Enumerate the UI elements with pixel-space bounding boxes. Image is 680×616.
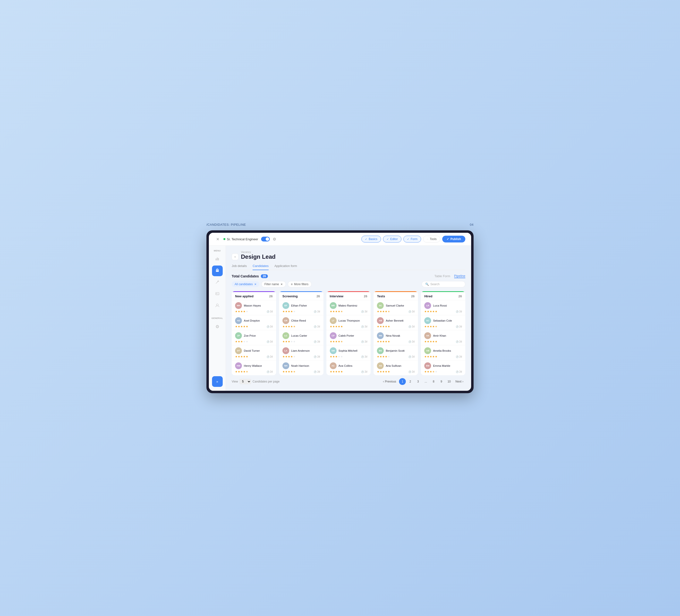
clock-icon: 🕐 <box>267 371 269 373</box>
candidate-card[interactable]: ABAmelia Brooks★★★★★🕐 2d <box>421 345 465 360</box>
close-button[interactable]: ✕ <box>215 236 221 242</box>
clock-icon: 🕐 <box>314 311 316 313</box>
chevron-left-icon: ‹ <box>383 380 384 383</box>
svg-rect-5 <box>216 292 219 295</box>
candidate-card[interactable]: CRChloe Reed★★★★★🕐 2d <box>279 315 323 330</box>
candidate-card[interactable]: ZPZoe Price★★★★★🕐 2d <box>232 330 276 345</box>
sidebar-item-tools[interactable] <box>212 277 223 288</box>
star-rating: ★★★★★ <box>377 340 390 343</box>
candidate-name: Mason Hayes <box>244 304 261 307</box>
candidate-card[interactable]: ACAva Collins★★★★★🕐 2d <box>327 360 371 375</box>
settings-icon[interactable]: ⚙ <box>273 237 276 241</box>
page-tabs: Job details Candidates Application form <box>232 264 465 270</box>
view-pipeline[interactable]: Pipeline <box>454 274 465 278</box>
candidate-card[interactable]: SCSebastian Cole★★★★★🕐 2d <box>421 315 465 330</box>
nav-pill-tools[interactable]: ○ Tools <box>423 236 440 242</box>
search-box[interactable]: 🔍 Search <box>422 281 465 287</box>
toggle-switch[interactable] <box>261 237 270 241</box>
candidate-card[interactable]: BSBenjamin Scott★★★★★🕐 2d <box>373 345 418 360</box>
time-badge: 🕐 2d <box>408 310 415 313</box>
candidate-card[interactable]: CPCaleb Porter★★★★★🕐 2d <box>327 330 371 345</box>
tab-application-form[interactable]: Application form <box>275 264 297 270</box>
candidate-name: Lucas Carter <box>291 334 307 337</box>
back-button[interactable]: ‹ <box>232 254 238 260</box>
page-btn-2[interactable]: 2 <box>407 378 414 385</box>
candidate-card[interactable]: ASAria Sullivan★★★★★🕐 2d <box>373 360 418 375</box>
star-rating: ★★★★★ <box>424 340 437 343</box>
col-header-new-applied: New applied26 <box>232 292 276 300</box>
nav-pill-basics[interactable]: ✓ Basics <box>361 236 381 242</box>
next-button[interactable]: Next › <box>453 380 465 383</box>
candidate-card[interactable]: AKAmir Khan★★★★★🕐 2d <box>421 330 465 345</box>
sidebar-item-settings[interactable]: ⚙ <box>212 321 223 332</box>
time-badge: 🕐 2d <box>267 340 273 343</box>
sidebar: MENU <box>209 245 226 391</box>
filter-all-candidates[interactable]: All candidates ✕ <box>232 281 259 287</box>
avatar: NH <box>282 362 289 369</box>
filter-icon: ≡ <box>291 283 293 286</box>
avatar: ZP <box>235 332 242 339</box>
nav-pill-form[interactable]: ✓ Form <box>403 236 421 242</box>
nav-label-form: Form <box>411 237 418 241</box>
candidate-name: Sophia Mitchell <box>339 349 358 352</box>
view-table-form[interactable]: Table Form <box>434 274 450 278</box>
filter-name-close[interactable]: ✕ <box>281 283 283 286</box>
candidate-card[interactable]: LALiam Anderson★★★★★🕐 2d <box>279 345 323 360</box>
candidate-card[interactable]: LTLucas Thompson★★★★★🕐 2d <box>327 315 371 330</box>
sidebar-item-candidates-sidebar[interactable] <box>212 300 223 311</box>
filter-more[interactable]: ≡ More filters <box>288 281 312 287</box>
candidate-card[interactable]: MHMason Hayes★★★★★🕐 2d <box>232 300 276 315</box>
candidate-card[interactable]: EMEmma Markle★★★★★🕐 2d <box>421 360 465 375</box>
col-count-hired: 26 <box>458 294 462 298</box>
pagination-controls: ‹ Previous123...8910Next › <box>381 378 465 385</box>
filter-name[interactable]: Filter name ✕ <box>261 281 286 287</box>
per-page-select[interactable]: 51025 <box>239 379 251 384</box>
candidate-card[interactable]: MRMateo Ramirez★★★★★🕐 2d <box>327 300 371 315</box>
avatar: SC <box>377 302 384 309</box>
candidate-card[interactable]: LRLuca Rossi★★★★★🕐 2d <box>421 300 465 315</box>
candidate-card[interactable]: DTDavid Turner★★★★★🕐 2d <box>232 345 276 360</box>
candidate-name: Liam Anderson <box>291 349 310 352</box>
pipeline-board: New applied26MHMason Hayes★★★★★🕐 2dADAxe… <box>232 291 465 375</box>
avatar: BS <box>377 347 384 354</box>
candidate-card[interactable]: SCSamuel Clarke★★★★★🕐 2d <box>373 300 418 315</box>
sidebar-expand-button[interactable]: » <box>212 376 223 387</box>
time-badge: 🕐 2d <box>314 310 320 313</box>
sidebar-item-analytics[interactable] <box>212 254 223 265</box>
candidate-card[interactable]: HWHenry Wallace★★★★★🕐 2d <box>232 360 276 375</box>
candidate-card[interactable]: LCLucas Carter★★★★★🕐 2d <box>279 330 323 345</box>
candidate-name: Noah Harrison <box>291 364 309 367</box>
page-btn-3[interactable]: 3 <box>415 378 421 385</box>
page-btn-1[interactable]: 1 <box>399 378 406 385</box>
briefcase-icon <box>215 268 220 274</box>
avatar: AS <box>377 362 384 369</box>
tab-candidates[interactable]: Candidates <box>253 264 268 270</box>
candidate-name: Amelia Brooks <box>433 349 451 352</box>
candidate-name: Luca Rossi <box>433 304 447 307</box>
publish-button[interactable]: ✓ Publish <box>442 236 465 242</box>
previous-button[interactable]: ‹ Previous <box>381 380 398 383</box>
candidate-card[interactable]: ABAsher Bennett★★★★★🕐 2d <box>373 315 418 330</box>
sidebar-item-media[interactable] <box>212 289 223 299</box>
page-btn-9[interactable]: 9 <box>438 378 445 385</box>
avatar: MH <box>235 302 242 309</box>
breadcrumb: /CANDIDATES: PIPELINE <box>206 223 246 227</box>
nav-pill-editor[interactable]: ✓ Editor <box>383 236 401 242</box>
sidebar-item-jobs[interactable] <box>212 266 223 276</box>
filter-all-close[interactable]: ✕ <box>254 283 256 286</box>
avatar: AK <box>424 332 431 339</box>
candidate-card[interactable]: EFEthan Fisher★★★★★🕐 2d <box>279 300 323 315</box>
candidate-name: Caleb Porter <box>339 334 354 337</box>
candidate-card[interactable]: NNNina Novak★★★★★🕐 2d <box>373 330 418 345</box>
col-title-tests: Tests <box>377 294 385 298</box>
candidate-card[interactable]: SMSophia Mitchell★★★★★🕐 2d <box>327 345 371 360</box>
candidate-card[interactable]: NHNoah Harrison★★★★★🕐 2d <box>279 360 323 375</box>
page-btn-8[interactable]: 8 <box>430 378 437 385</box>
filter-more-label: More filters <box>294 283 308 286</box>
filters-row: All candidates ✕ Filter name ✕ ≡ More fi… <box>232 281 465 287</box>
time-badge: 🕐 2d <box>456 310 462 313</box>
pipeline-col-interview: Interview26MRMateo Ramirez★★★★★🕐 2dLTLuc… <box>327 291 371 375</box>
tab-job-details[interactable]: Job details <box>232 264 247 270</box>
page-btn-10[interactable]: 10 <box>446 378 452 385</box>
candidate-card[interactable]: ADAxel Drayton★★★★★🕐 2d <box>232 315 276 330</box>
